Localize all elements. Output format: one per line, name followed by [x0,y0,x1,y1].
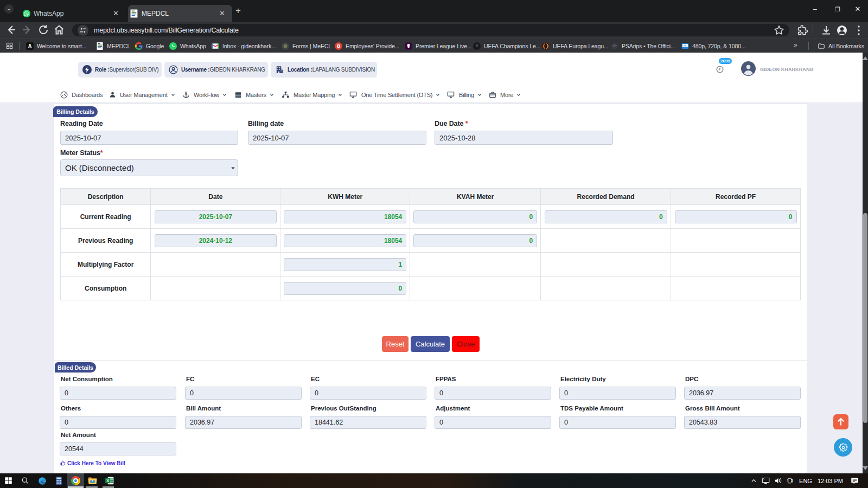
svg-text:A: A [28,43,31,49]
svg-text:X: X [106,478,109,483]
